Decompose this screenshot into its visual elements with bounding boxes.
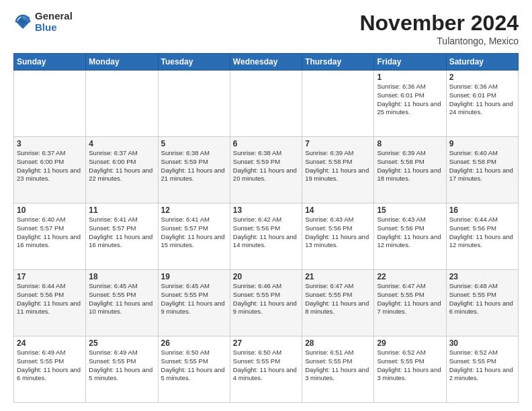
day-info: Sunrise: 6:47 AM Sunset: 5:55 PM Dayligh…: [377, 282, 443, 316]
day-cell: 29Sunrise: 6:52 AM Sunset: 5:55 PM Dayli…: [374, 336, 446, 403]
day-info: Sunrise: 6:49 AM Sunset: 5:55 PM Dayligh…: [89, 349, 154, 383]
day-number: 21: [305, 272, 371, 281]
day-number: 23: [449, 272, 515, 281]
day-cell: 22Sunrise: 6:47 AM Sunset: 5:55 PM Dayli…: [374, 270, 446, 336]
day-info: Sunrise: 6:46 AM Sunset: 5:55 PM Dayligh…: [233, 282, 299, 316]
calendar-header-row: SundayMondayTuesdayWednesdayThursdayFrid…: [14, 54, 519, 71]
logo-text: General Blue: [35, 11, 73, 33]
day-cell: 18Sunrise: 6:45 AM Sunset: 5:55 PM Dayli…: [86, 270, 158, 336]
day-cell: 27Sunrise: 6:50 AM Sunset: 5:55 PM Dayli…: [230, 336, 302, 403]
day-number: 13: [233, 205, 299, 215]
day-cell: 13Sunrise: 6:42 AM Sunset: 5:56 PM Dayli…: [230, 203, 302, 270]
header-tuesday: Tuesday: [158, 54, 230, 71]
header-sunday: Sunday: [14, 54, 86, 71]
day-cell: 10Sunrise: 6:40 AM Sunset: 5:57 PM Dayli…: [14, 203, 86, 270]
day-info: Sunrise: 6:37 AM Sunset: 6:00 PM Dayligh…: [89, 149, 154, 183]
day-cell: 23Sunrise: 6:48 AM Sunset: 5:55 PM Dayli…: [446, 270, 518, 336]
subtitle: Tulantongo, Mexico: [359, 36, 519, 46]
header-wednesday: Wednesday: [230, 54, 302, 71]
day-number: 10: [17, 205, 83, 215]
day-info: Sunrise: 6:36 AM Sunset: 6:01 PM Dayligh…: [377, 83, 443, 117]
day-cell: 7Sunrise: 6:39 AM Sunset: 5:58 PM Daylig…: [302, 137, 374, 203]
page: General Blue November 2024 Tulantongo, M…: [0, 0, 532, 411]
day-number: 18: [89, 272, 154, 281]
day-info: Sunrise: 6:41 AM Sunset: 5:57 PM Dayligh…: [89, 216, 154, 250]
week-row-3: 17Sunrise: 6:44 AM Sunset: 5:56 PM Dayli…: [14, 270, 519, 336]
day-info: Sunrise: 6:50 AM Sunset: 5:55 PM Dayligh…: [233, 349, 299, 383]
day-cell: [230, 71, 302, 137]
day-cell: 25Sunrise: 6:49 AM Sunset: 5:55 PM Dayli…: [86, 336, 158, 403]
header-monday: Monday: [86, 54, 158, 71]
day-info: Sunrise: 6:50 AM Sunset: 5:55 PM Dayligh…: [161, 349, 227, 383]
day-cell: [14, 71, 86, 137]
day-info: Sunrise: 6:40 AM Sunset: 5:58 PM Dayligh…: [449, 149, 515, 183]
day-number: 30: [449, 338, 515, 348]
day-number: 9: [449, 139, 515, 148]
day-number: 8: [377, 139, 443, 148]
day-info: Sunrise: 6:42 AM Sunset: 5:56 PM Dayligh…: [233, 216, 299, 250]
day-number: 27: [233, 338, 299, 348]
day-cell: 1Sunrise: 6:36 AM Sunset: 6:01 PM Daylig…: [374, 71, 446, 137]
day-number: 16: [449, 205, 515, 215]
day-info: Sunrise: 6:44 AM Sunset: 5:56 PM Dayligh…: [17, 282, 83, 316]
day-cell: 28Sunrise: 6:51 AM Sunset: 5:55 PM Dayli…: [302, 336, 374, 403]
day-info: Sunrise: 6:38 AM Sunset: 5:59 PM Dayligh…: [233, 149, 299, 183]
day-info: Sunrise: 6:51 AM Sunset: 5:55 PM Dayligh…: [305, 349, 371, 383]
day-number: 1: [377, 73, 443, 82]
day-info: Sunrise: 6:45 AM Sunset: 5:55 PM Dayligh…: [89, 282, 154, 316]
day-number: 22: [377, 272, 443, 281]
day-cell: [158, 71, 230, 137]
day-cell: 24Sunrise: 6:49 AM Sunset: 5:55 PM Dayli…: [14, 336, 86, 403]
day-cell: 15Sunrise: 6:43 AM Sunset: 5:56 PM Dayli…: [374, 203, 446, 270]
day-number: 2: [449, 73, 515, 82]
day-info: Sunrise: 6:38 AM Sunset: 5:59 PM Dayligh…: [161, 149, 227, 183]
day-number: 25: [89, 338, 154, 348]
logo-blue: Blue: [35, 22, 73, 34]
day-cell: 11Sunrise: 6:41 AM Sunset: 5:57 PM Dayli…: [86, 203, 158, 270]
day-number: 15: [377, 205, 443, 215]
day-number: 17: [17, 272, 83, 281]
day-cell: 17Sunrise: 6:44 AM Sunset: 5:56 PM Dayli…: [14, 270, 86, 336]
day-number: 4: [89, 139, 154, 148]
day-info: Sunrise: 6:49 AM Sunset: 5:55 PM Dayligh…: [17, 349, 83, 383]
day-info: Sunrise: 6:39 AM Sunset: 5:58 PM Dayligh…: [305, 149, 371, 183]
week-row-0: 1Sunrise: 6:36 AM Sunset: 6:01 PM Daylig…: [14, 71, 519, 137]
day-cell: 21Sunrise: 6:47 AM Sunset: 5:55 PM Dayli…: [302, 270, 374, 336]
day-cell: 16Sunrise: 6:44 AM Sunset: 5:56 PM Dayli…: [446, 203, 518, 270]
day-info: Sunrise: 6:41 AM Sunset: 5:57 PM Dayligh…: [161, 216, 227, 250]
day-number: 6: [233, 139, 299, 148]
day-cell: 8Sunrise: 6:39 AM Sunset: 5:58 PM Daylig…: [374, 137, 446, 203]
day-info: Sunrise: 6:43 AM Sunset: 5:56 PM Dayligh…: [305, 216, 371, 250]
header-thursday: Thursday: [302, 54, 374, 71]
day-info: Sunrise: 6:37 AM Sunset: 6:00 PM Dayligh…: [17, 149, 83, 183]
day-cell: 30Sunrise: 6:52 AM Sunset: 5:55 PM Dayli…: [446, 336, 518, 403]
day-cell: 26Sunrise: 6:50 AM Sunset: 5:55 PM Dayli…: [158, 336, 230, 403]
day-info: Sunrise: 6:47 AM Sunset: 5:55 PM Dayligh…: [305, 282, 371, 316]
day-info: Sunrise: 6:36 AM Sunset: 6:01 PM Dayligh…: [449, 83, 515, 117]
day-info: Sunrise: 6:40 AM Sunset: 5:57 PM Dayligh…: [17, 216, 83, 250]
day-number: 12: [161, 205, 227, 215]
day-info: Sunrise: 6:39 AM Sunset: 5:58 PM Dayligh…: [377, 149, 443, 183]
day-info: Sunrise: 6:52 AM Sunset: 5:55 PM Dayligh…: [377, 349, 443, 383]
day-info: Sunrise: 6:43 AM Sunset: 5:56 PM Dayligh…: [377, 216, 443, 250]
calendar: SundayMondayTuesdayWednesdayThursdayFrid…: [13, 53, 519, 403]
day-cell: 4Sunrise: 6:37 AM Sunset: 6:00 PM Daylig…: [86, 137, 158, 203]
day-number: 7: [305, 139, 371, 148]
title-block: November 2024 Tulantongo, Mexico: [359, 11, 519, 46]
day-number: 14: [305, 205, 371, 215]
day-number: 20: [233, 272, 299, 281]
day-number: 28: [305, 338, 371, 348]
day-info: Sunrise: 6:48 AM Sunset: 5:55 PM Dayligh…: [449, 282, 515, 316]
header-saturday: Saturday: [446, 54, 518, 71]
day-info: Sunrise: 6:52 AM Sunset: 5:55 PM Dayligh…: [449, 349, 515, 383]
day-number: 5: [161, 139, 227, 148]
day-cell: [86, 71, 158, 137]
logo-icon: [13, 13, 32, 32]
header-friday: Friday: [374, 54, 446, 71]
day-number: 11: [89, 205, 154, 215]
day-number: 26: [161, 338, 227, 348]
day-cell: [302, 71, 374, 137]
logo: General Blue: [13, 11, 73, 33]
week-row-2: 10Sunrise: 6:40 AM Sunset: 5:57 PM Dayli…: [14, 203, 519, 270]
day-cell: 12Sunrise: 6:41 AM Sunset: 5:57 PM Dayli…: [158, 203, 230, 270]
